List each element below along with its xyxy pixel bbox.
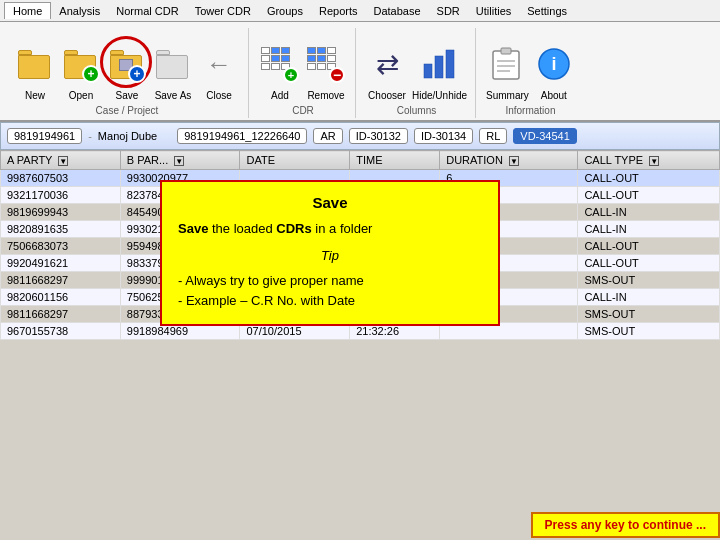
close-button[interactable]: ← Close bbox=[198, 40, 240, 101]
col-b-party[interactable]: B PAR... ▼ bbox=[120, 151, 240, 170]
remove-label: Remove bbox=[307, 90, 344, 101]
rl-badge[interactable]: RL bbox=[479, 128, 507, 144]
svg-rect-0 bbox=[424, 64, 432, 78]
remove-cdr-grid: − bbox=[305, 43, 347, 85]
tooltip-cdr-strong: CDRs bbox=[276, 221, 311, 236]
duration-filter-icon[interactable]: ▼ bbox=[509, 156, 519, 166]
menu-reports[interactable]: Reports bbox=[311, 3, 366, 19]
cell-row2-col0: 9819699943 bbox=[1, 204, 121, 221]
summary-icon bbox=[486, 40, 528, 88]
tooltip-title: Save bbox=[178, 194, 482, 211]
hide-unhide-icon bbox=[419, 40, 461, 88]
information-label: Information bbox=[505, 105, 555, 116]
id30132-badge[interactable]: ID-30132 bbox=[349, 128, 408, 144]
a-party-filter-icon[interactable]: ▼ bbox=[58, 156, 68, 166]
toolbar-buttons-cdr: + Add bbox=[259, 40, 347, 101]
svg-rect-4 bbox=[501, 48, 511, 54]
cell-row9-col0: 9670155738 bbox=[1, 323, 121, 340]
open-label: Open bbox=[69, 90, 93, 101]
col-date[interactable]: DATE bbox=[240, 151, 350, 170]
tooltip-tip2: - Example – C.R No. with Date bbox=[178, 291, 482, 312]
menu-sdr[interactable]: SDR bbox=[429, 3, 468, 19]
menu-home[interactable]: Home bbox=[4, 2, 51, 19]
save-as-button[interactable]: Save As bbox=[152, 40, 194, 101]
summary-label: Summary bbox=[486, 90, 529, 101]
cell-row2-col5: CALL-IN bbox=[578, 204, 720, 221]
call-type-filter-icon[interactable]: ▼ bbox=[649, 156, 659, 166]
col-b-party-label: B PAR... bbox=[127, 154, 168, 166]
menu-tower-cdr[interactable]: Tower CDR bbox=[187, 3, 259, 19]
tooltip-tip1: - Always try to give proper name bbox=[178, 271, 482, 292]
menu-normal-cdr[interactable]: Normal CDR bbox=[108, 3, 186, 19]
cell-row9-col5: SMS-OUT bbox=[578, 323, 720, 340]
cell-row5-col0: 9920491621 bbox=[1, 255, 121, 272]
cell-row7-col0: 9820601156 bbox=[1, 289, 121, 306]
col-a-party[interactable]: A PARTY ▼ bbox=[1, 151, 121, 170]
svg-rect-3 bbox=[493, 51, 519, 79]
save-button[interactable]: + Save bbox=[106, 40, 148, 101]
svg-text:i: i bbox=[551, 54, 556, 74]
about-button[interactable]: i About bbox=[533, 40, 575, 101]
chooser-button[interactable]: ⇄ Chooser bbox=[366, 40, 408, 101]
col-duration[interactable]: DURATION ▼ bbox=[440, 151, 578, 170]
hide-unhide-label: Hide/Unhide bbox=[412, 90, 467, 101]
file-badge[interactable]: 9819194961_12226640 bbox=[177, 128, 307, 144]
tooltip-line1: Save the loaded CDRs in a folder bbox=[178, 219, 482, 240]
remove-button[interactable]: − Remove bbox=[305, 40, 347, 101]
tooltip-body: Save the loaded CDRs in a folder Tip - A… bbox=[178, 219, 482, 312]
save-label: Save bbox=[116, 90, 139, 101]
cdr-label: CDR bbox=[292, 105, 314, 116]
close-icon: ← bbox=[198, 40, 240, 88]
svg-rect-2 bbox=[446, 50, 454, 78]
add-cdr-icon: + bbox=[259, 40, 301, 88]
menu-groups[interactable]: Groups bbox=[259, 3, 311, 19]
bar-chart-icon bbox=[422, 46, 458, 82]
save-icon: + bbox=[106, 40, 148, 88]
menu-database[interactable]: Database bbox=[366, 3, 429, 19]
main-content: A PARTY ▼ B PAR... ▼ DATE TIME DURATION … bbox=[0, 150, 720, 538]
table-header-row: A PARTY ▼ B PAR... ▼ DATE TIME DURATION … bbox=[1, 151, 720, 170]
info-sep-1: - bbox=[88, 130, 92, 142]
col-duration-label: DURATION bbox=[446, 154, 503, 166]
menu-utilities[interactable]: Utilities bbox=[468, 3, 519, 19]
id30134-badge[interactable]: ID-30134 bbox=[414, 128, 473, 144]
menu-settings[interactable]: Settings bbox=[519, 3, 575, 19]
tooltip-line1-text: the loaded CDRs in a folder bbox=[212, 221, 372, 236]
open-button[interactable]: + Open bbox=[60, 40, 102, 101]
vd-badge[interactable]: VD-34541 bbox=[513, 128, 577, 144]
open-plus-badge: + bbox=[82, 65, 100, 83]
press-any-key[interactable]: Press any key to continue ... bbox=[531, 512, 720, 538]
about-icon: i bbox=[533, 40, 575, 88]
save-plus-badge: + bbox=[128, 65, 146, 83]
ar-badge[interactable]: AR bbox=[313, 128, 342, 144]
remove-cdr-minus-badge: − bbox=[329, 67, 345, 83]
summary-button[interactable]: Summary bbox=[486, 40, 529, 101]
phone-badge[interactable]: 9819194961 bbox=[7, 128, 82, 144]
col-call-type[interactable]: CALL TYPE ▼ bbox=[578, 151, 720, 170]
save-as-folder-icon bbox=[154, 45, 192, 83]
cell-row3-col0: 9820891635 bbox=[1, 221, 121, 238]
cell-row7-col5: CALL-IN bbox=[578, 289, 720, 306]
chooser-label: Chooser bbox=[368, 90, 406, 101]
about-label: About bbox=[541, 90, 567, 101]
col-call-type-label: CALL TYPE bbox=[584, 154, 643, 166]
new-button[interactable]: New bbox=[14, 40, 56, 101]
toolbar-group-columns: ⇄ Chooser Hide/Unhide Columns bbox=[358, 28, 476, 118]
new-icon bbox=[14, 40, 56, 88]
b-party-filter-icon[interactable]: ▼ bbox=[174, 156, 184, 166]
add-button[interactable]: + Add bbox=[259, 40, 301, 101]
col-time[interactable]: TIME bbox=[350, 151, 440, 170]
new-label: New bbox=[25, 90, 45, 101]
tooltip-popup: Save Save the loaded CDRs in a folder Ti… bbox=[160, 180, 500, 326]
tooltip-tip-title: Tip bbox=[178, 246, 482, 267]
cell-row8-col5: SMS-OUT bbox=[578, 306, 720, 323]
hide-unhide-button[interactable]: Hide/Unhide bbox=[412, 40, 467, 101]
toolbar: New + Open bbox=[0, 22, 720, 122]
cell-row4-col0: 7506683073 bbox=[1, 238, 121, 255]
toolbar-buttons-case: New + Open bbox=[14, 40, 240, 101]
add-cdr-grid: + bbox=[259, 43, 301, 85]
menu-analysis[interactable]: Analysis bbox=[51, 3, 108, 19]
cell-row8-col0: 9811668297 bbox=[1, 306, 121, 323]
info-name: Manoj Dube bbox=[98, 130, 157, 142]
cell-row6-col0: 9811668297 bbox=[1, 272, 121, 289]
